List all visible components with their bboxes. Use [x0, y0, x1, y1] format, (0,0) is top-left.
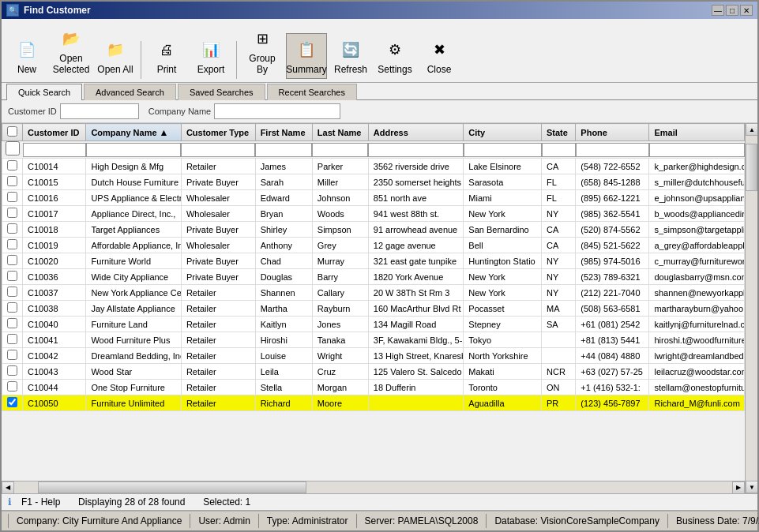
- table-row[interactable]: C10041Wood Furniture PlusRetailerHiroshi…: [2, 332, 745, 348]
- filter-last-name-input[interactable]: [312, 143, 368, 157]
- col-address[interactable]: Address: [368, 124, 463, 141]
- row-checkbox-5[interactable]: [7, 239, 17, 249]
- table-row[interactable]: C10043Wood StarRetailerLeilaCruz125 Vale…: [2, 364, 745, 380]
- table-row[interactable]: C10019Affordable Appliance, IncWholesale…: [2, 238, 745, 253]
- filter-email[interactable]: [649, 141, 745, 159]
- filter-customer-id[interactable]: [23, 141, 86, 159]
- cell-last-name-11: Tanaka: [312, 332, 368, 348]
- table-row[interactable]: C10014High Design & MfgRetailerJamesPark…: [2, 159, 745, 174]
- export-button[interactable]: 📊 Export: [190, 33, 231, 79]
- table-row[interactable]: C10020Furniture WorldPrivate BuyerChadMu…: [2, 253, 745, 269]
- horizontal-scrollbar[interactable]: ◀ ▶: [2, 481, 745, 493]
- tab-quick-search[interactable]: Quick Search: [6, 84, 82, 100]
- filter-city-input[interactable]: [464, 143, 542, 157]
- open-all-button[interactable]: 📁 Open All: [95, 33, 136, 79]
- filter-customer-type-input[interactable]: [181, 143, 255, 157]
- row-checkbox-7[interactable]: [7, 271, 17, 281]
- col-state[interactable]: State: [542, 124, 576, 141]
- row-checkbox-9[interactable]: [7, 302, 17, 313]
- table-row[interactable]: C10040Furniture LandRetailerKaitlynJones…: [2, 317, 745, 332]
- table-row[interactable]: C10042Dreamland Bedding, Inc.RetailerLou…: [2, 348, 745, 364]
- scroll-left-button[interactable]: ◀: [2, 481, 14, 494]
- filter-customer-id-input[interactable]: [23, 143, 86, 157]
- filter-customer-type[interactable]: [181, 141, 255, 159]
- table-row[interactable]: C10036Wide City AppliancePrivate BuyerDo…: [2, 269, 745, 285]
- close-button[interactable]: ✖ Close: [419, 33, 460, 79]
- tab-saved-searches[interactable]: Saved Searches: [178, 84, 265, 100]
- cell-phone-10: +61 (081) 2542: [576, 317, 649, 332]
- row-checkbox-2[interactable]: [7, 192, 17, 202]
- filter-last-name[interactable]: [312, 141, 368, 159]
- tab-recent-searches[interactable]: Recent Searches: [267, 84, 357, 100]
- table-row[interactable]: C10018Target AppliancesPrivate BuyerShir…: [2, 222, 745, 238]
- table-row[interactable]: C10017Appliance Direct, Inc.,WholesalerB…: [2, 206, 745, 222]
- table-row[interactable]: C10037New York Appliance CenterRetailerS…: [2, 285, 745, 301]
- col-customer-id[interactable]: Customer ID: [23, 124, 86, 141]
- cell-address-8: 20 W 38Th St Rm 3: [368, 285, 463, 301]
- settings-button[interactable]: ⚙ Settings: [374, 33, 415, 79]
- row-checkbox-0[interactable]: [7, 160, 17, 170]
- print-button[interactable]: 🖨 Print: [146, 33, 187, 79]
- cell-email-15: Richard_M@funli.com: [649, 395, 745, 411]
- filter-state[interactable]: [542, 141, 576, 159]
- scroll-track[interactable]: [14, 481, 732, 493]
- table-row[interactable]: C10044One Stop FurnitureRetailerStellaMo…: [2, 380, 745, 395]
- v-scroll-track[interactable]: [746, 136, 757, 481]
- filter-email-input[interactable]: [649, 143, 745, 157]
- table-row[interactable]: C10038Jay Allstate ApplianceRetailerMart…: [2, 301, 745, 317]
- col-email[interactable]: Email: [649, 124, 745, 141]
- row-checkbox-4[interactable]: [7, 223, 17, 234]
- col-last-name[interactable]: Last Name: [312, 124, 368, 141]
- scroll-down-button[interactable]: ▼: [746, 481, 757, 493]
- refresh-button[interactable]: 🔄 Refresh: [330, 33, 371, 79]
- filter-address[interactable]: [368, 141, 463, 159]
- row-checkbox-6[interactable]: [7, 255, 17, 265]
- maximize-button[interactable]: □: [726, 5, 738, 16]
- filter-address-input[interactable]: [368, 143, 463, 157]
- row-checkbox-12[interactable]: [7, 350, 17, 360]
- row-checkbox-13[interactable]: [7, 365, 17, 376]
- customer-id-input[interactable]: [60, 103, 139, 119]
- filter-phone-input[interactable]: [576, 143, 649, 157]
- filter-city[interactable]: [464, 141, 542, 159]
- col-first-name[interactable]: First Name: [255, 124, 312, 141]
- col-customer-type[interactable]: Customer Type: [181, 124, 255, 141]
- table-row[interactable]: C10015Dutch House FurniturePrivate Buyer…: [2, 174, 745, 190]
- table-row[interactable]: C10016UPS Appliance & ElectronicsWholesa…: [2, 190, 745, 206]
- scroll-thumb[interactable]: [38, 481, 306, 493]
- group-by-button[interactable]: ⊞ Group By: [242, 22, 283, 79]
- row-checkbox-8[interactable]: [7, 287, 17, 297]
- scroll-right-button[interactable]: ▶: [732, 481, 745, 494]
- table-wrapper[interactable]: Customer ID Company Name ▲ Customer Type…: [2, 123, 745, 481]
- col-phone[interactable]: Phone: [576, 124, 649, 141]
- row-checkbox-3[interactable]: [7, 208, 17, 218]
- filter-company-name-input[interactable]: [86, 143, 181, 157]
- company-name-input[interactable]: [214, 103, 340, 119]
- filter-first-name-input[interactable]: [255, 143, 312, 157]
- select-all-checkbox[interactable]: [7, 126, 17, 137]
- new-button[interactable]: 📄 New: [6, 33, 47, 79]
- filter-company-name[interactable]: [86, 141, 181, 159]
- table-row[interactable]: C10050Furniture UnlimitedRetailerRichard…: [2, 395, 745, 411]
- col-company-name[interactable]: Company Name ▲: [86, 124, 181, 141]
- open-selected-button[interactable]: 📂 Open Selected: [51, 22, 92, 79]
- filter-phone[interactable]: [576, 141, 649, 159]
- row-checkbox-10[interactable]: [7, 318, 17, 328]
- row-checkbox-14[interactable]: [7, 381, 17, 392]
- row-checkbox-15[interactable]: [7, 397, 17, 407]
- cell-state-14: ON: [542, 380, 576, 395]
- filter-state-input[interactable]: [542, 143, 576, 157]
- summary-button[interactable]: 📋 Summary: [286, 33, 327, 79]
- col-city[interactable]: City: [464, 124, 542, 141]
- row-checkbox-11[interactable]: [7, 334, 17, 344]
- tab-advanced-search[interactable]: Advanced Search: [84, 84, 176, 100]
- separator-1: [141, 41, 141, 79]
- vertical-scrollbar[interactable]: ▲ ▼: [745, 123, 757, 493]
- minimize-button[interactable]: —: [712, 5, 724, 16]
- scroll-up-button[interactable]: ▲: [746, 123, 757, 136]
- filter-first-name[interactable]: [255, 141, 312, 159]
- close-window-button[interactable]: ✕: [740, 5, 753, 16]
- row-checkbox-1[interactable]: [7, 176, 17, 186]
- v-scroll-thumb[interactable]: [746, 144, 757, 191]
- filter-check-input[interactable]: [2, 141, 23, 155]
